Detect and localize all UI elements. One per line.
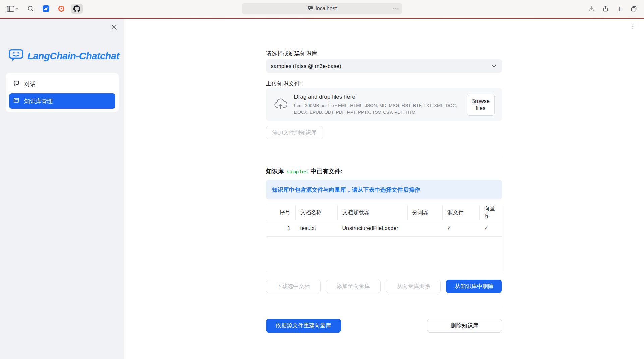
nav-item-kb-management[interactable]: 知识库管理 (9, 93, 115, 109)
file-action-buttons: 下载选中文档 添加至向量库 从向量库删除 从知识库中删除 (266, 280, 502, 293)
close-icon (111, 24, 117, 32)
heading-suffix: 中已有文件: (311, 167, 343, 175)
share-button[interactable] (600, 4, 611, 14)
sidebar-nav: 对话 知识库管理 (6, 73, 119, 112)
nav-item-dialogue[interactable]: 对话 (9, 76, 115, 92)
vertical-dots-icon: ⋮ (630, 22, 637, 30)
cell-vector-store-check: ✓ (480, 220, 502, 236)
dropzone-limits: Limit 200MB per file • EML, HTML, JSON, … (294, 102, 460, 116)
cell-index: 1 (266, 220, 296, 236)
chat-bubble-icon (13, 80, 20, 88)
kb-name-code: samples (287, 169, 308, 175)
dropzone-text: Drag and drop files here Limit 200MB per… (294, 94, 460, 116)
app-logo: LangChain-Chatchat (8, 48, 119, 64)
search-button[interactable] (25, 4, 36, 14)
share-icon (602, 5, 609, 12)
col-header-splitter[interactable]: 分词器 (408, 205, 443, 220)
kb-files-table: 序号 文档名称 文档加载器 分词器 源文件 向量库 1 test.txt Uns (266, 205, 502, 272)
app-menu-button[interactable]: ⋮ (628, 21, 638, 32)
orange-extension-button[interactable] (56, 4, 67, 14)
delete-kb-button[interactable]: 删除知识库 (427, 319, 502, 333)
cell-loader: UnstructuredFileLoader (338, 220, 408, 236)
download-icon (588, 5, 595, 12)
dropzone-title: Drag and drop files here (294, 94, 460, 100)
col-header-vector-store[interactable]: 向量库 (480, 205, 502, 220)
cloud-upload-icon (273, 98, 287, 111)
orange-ring-extension-icon (58, 5, 65, 12)
section-divider (266, 157, 502, 157)
kb-selectbox[interactable]: samples (faiss @ m3e-base) (266, 59, 502, 73)
delete-from-kb-button[interactable]: 从知识库中删除 (446, 280, 502, 293)
kb-selected-value: samples (faiss @ m3e-base) (271, 63, 341, 69)
browser-toolbar: localhost ⋯ + (0, 0, 644, 17)
plus-icon: + (617, 4, 622, 13)
upload-files-label: 上传知识文件: (266, 80, 502, 87)
cell-splitter (408, 220, 443, 236)
close-sidebar-button[interactable] (110, 23, 118, 32)
kb-bottom-buttons: 依据源文件重建向量库 删除知识库 (266, 319, 502, 333)
table-empty-space (266, 236, 502, 271)
add-files-to-kb-button: 添加文件到知识库 (266, 126, 323, 139)
blue-extension-button[interactable] (40, 4, 52, 14)
url-text: localhost (316, 6, 337, 12)
kb-management-page: 请选择或新建知识库: samples (faiss @ m3e-base) 上传… (266, 19, 502, 333)
download-selected-button: 下载选中文档 (266, 280, 321, 293)
ellipsis-icon: ⋯ (393, 5, 399, 12)
section-divider (266, 307, 502, 307)
rebuild-vector-store-button[interactable]: 依据源文件重建向量库 (266, 319, 341, 333)
search-icon (27, 5, 34, 12)
downloads-button[interactable] (586, 4, 597, 14)
chevron-down-icon (491, 63, 497, 69)
github-extension-button[interactable] (71, 4, 83, 14)
sidebar: LangChain-Chatchat 对话 (0, 19, 124, 362)
toolbar-left-group (5, 0, 83, 17)
browse-files-button[interactable]: Browse files (467, 94, 495, 116)
tab-overview-button[interactable] (628, 4, 639, 14)
table-header-row: 序号 文档名称 文档加载器 分词器 源文件 向量库 (266, 205, 502, 220)
tabs-icon (630, 5, 637, 12)
blue-bird-extension-icon (42, 5, 50, 12)
col-header-index[interactable]: 序号 (266, 205, 296, 220)
sidebar-toggle-button[interactable] (5, 4, 21, 14)
nav-item-label: 知识库管理 (24, 97, 53, 105)
file-dropzone[interactable]: Drag and drop files here Limit 200MB per… (266, 88, 502, 121)
col-header-loader[interactable]: 文档加载器 (338, 205, 408, 220)
github-icon (73, 5, 80, 12)
sidebar-panel-icon (7, 6, 14, 12)
toolbar-right-group: + (586, 0, 639, 17)
cell-doc-name: test.txt (296, 220, 338, 236)
logo-text: LangChain-Chatchat (27, 51, 119, 62)
chevron-down-icon (15, 8, 19, 10)
select-kb-label: 请选择或新建知识库: (266, 50, 502, 57)
add-to-vector-store-button: 添加至向量库 (326, 280, 381, 293)
col-header-doc-name[interactable]: 文档名称 (296, 205, 338, 220)
info-banner: 知识库中包含源文件与向量库，请从下表中选择文件后操作 (266, 180, 502, 199)
nav-item-label: 对话 (24, 80, 36, 88)
extensions-overflow-button[interactable]: ⋯ (391, 5, 401, 12)
knowledge-base-icon (13, 97, 20, 105)
remove-from-vector-store-button: 从向量库删除 (386, 280, 441, 293)
site-favicon (307, 6, 313, 12)
app-window: LangChain-Chatchat 对话 (0, 19, 644, 362)
logo-chat-bubble-icon (8, 48, 24, 64)
kb-files-heading: 知识库 samples 中已有文件: (266, 167, 502, 175)
cell-source-file-check: ✓ (443, 220, 480, 236)
table-row[interactable]: 1 test.txt UnstructuredFileLoader ✓ ✓ (266, 220, 502, 236)
heading-prefix: 知识库 (266, 167, 284, 175)
col-header-source-file[interactable]: 源文件 (443, 205, 480, 220)
main-area: ⋮ 请选择或新建知识库: samples (faiss @ m3e-base) … (124, 19, 644, 362)
address-bar[interactable]: localhost ⋯ (241, 3, 402, 14)
new-tab-button[interactable]: + (614, 4, 625, 14)
